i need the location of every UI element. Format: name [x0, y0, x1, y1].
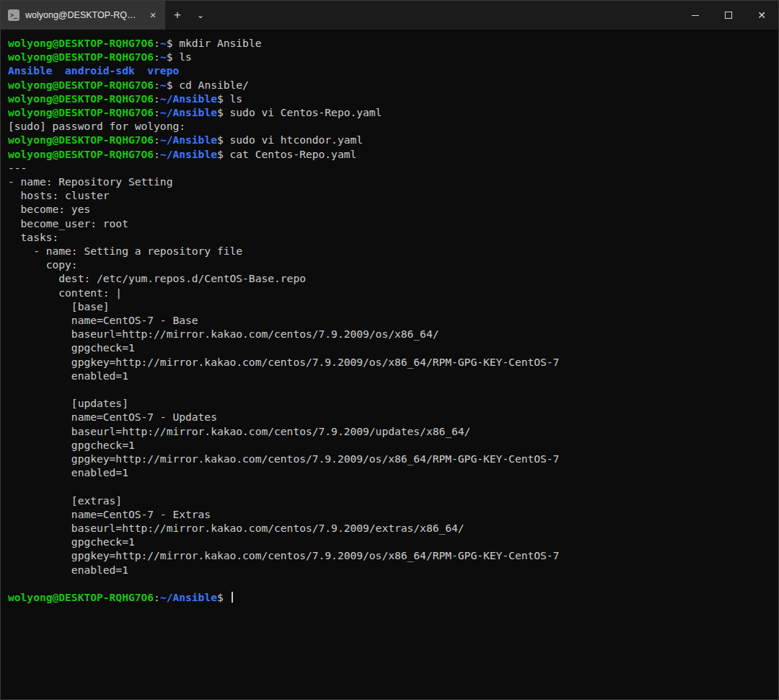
terminal-tab[interactable]: >_ wolyong@DESKTOP-RQHG7O6 ✕ [1, 1, 165, 30]
terminal-line: name=CentOS-7 - Extras [8, 507, 773, 521]
terminal-text-segment: baseurl=http://mirror.kakao.com/centos/7… [8, 328, 439, 340]
terminal-text-segment: $ sudo vi htcondor.yaml [217, 134, 363, 146]
terminal-line: name=CentOS-7 - Base [8, 313, 773, 327]
terminal-text-segment: gpgcheck=1 [8, 535, 135, 548]
terminal-line: wolyong@DESKTOP-RQHG7O6:~/Ansible$ sudo … [8, 133, 773, 146]
terminal-text-segment: ~ [160, 37, 167, 49]
terminal-line: gpgcheck=1 [8, 535, 773, 548]
terminal-text-segment: ~ [160, 79, 167, 91]
terminal-text-segment: wolyong@DESKTOP-RQHG7O6 [8, 148, 154, 160]
terminal-line: gpgkey=http://mirror.kakao.com/centos/7.… [8, 355, 773, 369]
titlebar: >_ wolyong@DESKTOP-RQHG7O6 ✕ + ⌄ ✕ [1, 1, 778, 30]
terminal-text-segment: : [154, 106, 160, 118]
terminal-line: --- [8, 161, 773, 175]
terminal-line: baseurl=http://mirror.kakao.com/centos/7… [8, 521, 773, 535]
terminal-text-segment: Ansible android-sdk vrepo [8, 64, 179, 76]
terminal-line: - name: Setting a repository file [8, 244, 773, 258]
terminal-line [8, 479, 773, 493]
terminal-line: name=CentOS-7 - Updates [8, 410, 773, 424]
terminal-line: baseurl=http://mirror.kakao.com/centos/7… [8, 327, 773, 341]
terminal-text-segment: name=CentOS-7 - Base [8, 314, 198, 326]
terminal-line: become: yes [8, 202, 773, 216]
close-button[interactable]: ✕ [745, 1, 778, 30]
terminal-text-segment: [base] [8, 300, 110, 312]
terminal-text-segment: $ cd Ansible/ [167, 79, 249, 91]
terminal-line: dest: /etc/yum.repos.d/CentOS-Base.repo [8, 271, 773, 285]
terminal-text-segment: - name: Setting a repository file [8, 245, 242, 257]
terminal-line: gpgkey=http://mirror.kakao.com/centos/7.… [8, 548, 773, 562]
terminal-text-segment: $ mkdir Ansible [167, 37, 262, 49]
window-controls: ✕ [679, 1, 778, 30]
terminal-text-segment: $ sudo vi Centos-Repo.yaml [217, 106, 382, 118]
terminal-text-segment: gpgkey=http://mirror.kakao.com/centos/7.… [8, 452, 559, 465]
terminal-text-segment: $ [217, 591, 230, 603]
terminal-line: - name: Repository Setting [8, 175, 773, 188]
terminal-text-segment: ~/Ansible [160, 106, 217, 118]
terminal-line: enabled=1 [8, 465, 773, 479]
terminal-text-segment: name=CentOS-7 - Extras [8, 508, 211, 520]
terminal-text-segment: ~/Ansible [160, 591, 217, 603]
tab-dropdown-button[interactable]: ⌄ [190, 1, 211, 30]
terminal-text-segment: wolyong@DESKTOP-RQHG7O6 [8, 591, 154, 603]
terminal-line: [base] [8, 299, 773, 313]
terminal-line: wolyong@DESKTOP-RQHG7O6:~$ cd Ansible/ [8, 78, 773, 92]
terminal-line [8, 382, 773, 396]
terminal-line: Ansible android-sdk vrepo [8, 64, 773, 77]
minimize-button[interactable] [679, 1, 712, 30]
terminal-line: wolyong@DESKTOP-RQHG7O6:~/Ansible$ [8, 590, 773, 604]
terminal-text-segment: baseurl=http://mirror.kakao.com/centos/7… [8, 522, 465, 534]
terminal-text-segment: --- [8, 162, 27, 174]
terminal-text-segment: $ ls [167, 51, 192, 63]
terminal-line: [extras] [8, 494, 773, 507]
terminal-text-segment: : [154, 79, 160, 91]
terminal-text-segment: $ ls [217, 92, 242, 105]
terminal-text-segment: [sudo] password for wolyong: [8, 120, 185, 132]
terminal-text-segment: tasks: [8, 231, 58, 243]
terminal-text-segment: become_user: root [8, 217, 128, 229]
terminal-output[interactable]: wolyong@DESKTOP-RQHG7O6:~$ mkdir Ansible… [1, 30, 778, 700]
terminal-line: enabled=1 [8, 369, 773, 382]
terminal-text-segment: ~/Ansible [160, 92, 217, 105]
terminal-window: >_ wolyong@DESKTOP-RQHG7O6 ✕ + ⌄ ✕ wolyo… [0, 0, 779, 700]
terminal-line: enabled=1 [8, 563, 773, 577]
terminal-text-segment: baseurl=http://mirror.kakao.com/centos/7… [8, 425, 470, 437]
terminal-line: [sudo] password for wolyong: [8, 119, 773, 133]
terminal-text-segment: ~/Ansible [160, 148, 217, 160]
terminal-text-segment: enabled=1 [8, 564, 128, 576]
terminal-text-segment: dest: /etc/yum.repos.d/CentOS-Base.repo [8, 272, 306, 284]
terminal-text-segment: hosts: cluster [8, 189, 110, 201]
terminal-text-segment: gpgkey=http://mirror.kakao.com/centos/7.… [8, 549, 559, 561]
terminal-line: hosts: cluster [8, 188, 773, 202]
terminal-text-segment: [updates] [8, 397, 128, 409]
terminal-line: copy: [8, 258, 773, 271]
terminal-text-segment: wolyong@DESKTOP-RQHG7O6 [8, 37, 154, 49]
terminal-line: gpgkey=http://mirror.kakao.com/centos/7.… [8, 452, 773, 465]
terminal-line: [updates] [8, 396, 773, 410]
terminal-text-segment: ~/Ansible [160, 134, 217, 146]
terminal-text-segment: wolyong@DESKTOP-RQHG7O6 [8, 134, 154, 146]
maximize-button[interactable] [712, 1, 745, 30]
tab-title: wolyong@DESKTOP-RQHG7O6 [25, 10, 141, 20]
terminal-text-segment: : [154, 134, 160, 146]
new-tab-button[interactable]: + [165, 1, 190, 30]
terminal-text-segment: : [154, 148, 160, 160]
terminal-line: become_user: root [8, 216, 773, 230]
terminal-text-segment: enabled=1 [8, 466, 128, 478]
terminal-text-segment: wolyong@DESKTOP-RQHG7O6 [8, 51, 154, 63]
terminal-text-segment: wolyong@DESKTOP-RQHG7O6 [8, 79, 154, 91]
terminal-text-segment: copy: [8, 258, 78, 271]
terminal-text-segment: : [154, 591, 160, 603]
terminal-text-segment: wolyong@DESKTOP-RQHG7O6 [8, 106, 154, 118]
terminal-line: content: | [8, 286, 773, 299]
terminal-text-segment: gpgcheck=1 [8, 439, 135, 451]
tab-close-icon[interactable]: ✕ [146, 9, 159, 22]
terminal-line: tasks: [8, 230, 773, 244]
terminal-line: gpgcheck=1 [8, 341, 773, 354]
terminal-text-segment: wolyong@DESKTOP-RQHG7O6 [8, 92, 154, 105]
terminal-line: wolyong@DESKTOP-RQHG7O6:~/Ansible$ cat C… [8, 147, 773, 161]
terminal-line: gpgcheck=1 [8, 438, 773, 452]
terminal-text-segment: ~ [160, 51, 167, 63]
terminal-text-segment: enabled=1 [8, 369, 128, 382]
terminal-cursor [232, 592, 233, 603]
terminal-text-segment: gpgkey=http://mirror.kakao.com/centos/7.… [8, 356, 559, 368]
